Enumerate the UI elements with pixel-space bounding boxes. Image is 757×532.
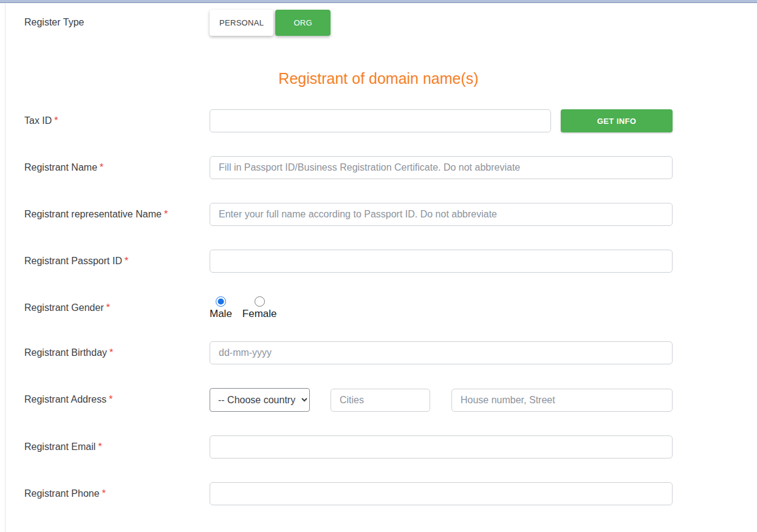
birthday-label: Registrant Birthday	[24, 347, 107, 358]
passport-id-input[interactable]	[210, 250, 673, 273]
required-asterisk: *	[102, 488, 106, 499]
female-radio[interactable]	[255, 296, 265, 307]
registrant-name-row: Registrant Name*	[0, 156, 757, 179]
gender-option-female[interactable]: Female	[242, 296, 277, 320]
register-type-toggle: PERSONAL ORG	[210, 10, 331, 36]
gender-label: Registrant Gender	[24, 302, 104, 313]
required-asterisk: *	[106, 302, 110, 313]
register-type-label: Register Type	[24, 16, 210, 29]
register-type-row: Register Type PERSONAL ORG	[0, 9, 757, 36]
required-asterisk: *	[109, 394, 112, 404]
phone-label: Registrant Phone	[24, 488, 100, 499]
tax-id-label: Tax ID	[24, 115, 52, 126]
gender-option-male[interactable]: Male	[210, 296, 232, 320]
registrant-name-input[interactable]	[210, 156, 673, 179]
gender-row: Registrant Gender* Male Female	[0, 296, 757, 320]
email-input[interactable]	[210, 435, 673, 459]
required-asterisk: *	[98, 442, 101, 452]
personal-button[interactable]: PERSONAL	[210, 10, 273, 36]
tax-id-row: Tax ID* GET INFO	[0, 109, 757, 132]
representative-name-label: Registrant representative Name	[24, 209, 162, 219]
required-asterisk: *	[54, 115, 58, 126]
required-asterisk: *	[109, 347, 113, 358]
address-row: Registrant Address* -- Choose country --	[0, 388, 757, 412]
email-label: Registrant Email	[24, 442, 95, 452]
female-radio-label: Female	[242, 308, 277, 320]
panel-left-border	[5, 4, 5, 532]
address-label: Registrant Address	[24, 394, 106, 404]
birthday-input[interactable]	[210, 341, 673, 364]
cities-input[interactable]	[331, 389, 430, 412]
required-asterisk: *	[125, 256, 128, 266]
street-input[interactable]	[451, 389, 673, 412]
required-asterisk: *	[100, 162, 103, 172]
page-title: Registrant of domain name(s)	[0, 70, 757, 87]
get-info-button[interactable]: GET INFO	[561, 109, 673, 132]
registration-form: Register Type PERSONAL ORG Registrant of…	[0, 3, 757, 505]
representative-name-row: Registrant representative Name*	[0, 203, 757, 226]
registrant-name-label: Registrant Name	[24, 162, 97, 172]
passport-id-label: Registrant Passport ID	[24, 256, 122, 266]
male-radio[interactable]	[216, 296, 226, 307]
required-asterisk: *	[164, 209, 168, 219]
phone-input[interactable]	[210, 482, 673, 505]
passport-id-row: Registrant Passport ID*	[0, 250, 757, 273]
birthday-row: Registrant Birthday*	[0, 341, 757, 364]
representative-name-input[interactable]	[210, 203, 673, 226]
male-radio-label: Male	[210, 308, 232, 320]
email-row: Registrant Email*	[0, 435, 757, 459]
tax-id-input[interactable]	[210, 109, 551, 132]
country-select[interactable]: -- Choose country --	[210, 388, 310, 412]
phone-row: Registrant Phone*	[0, 482, 757, 505]
org-button[interactable]: ORG	[275, 10, 331, 36]
